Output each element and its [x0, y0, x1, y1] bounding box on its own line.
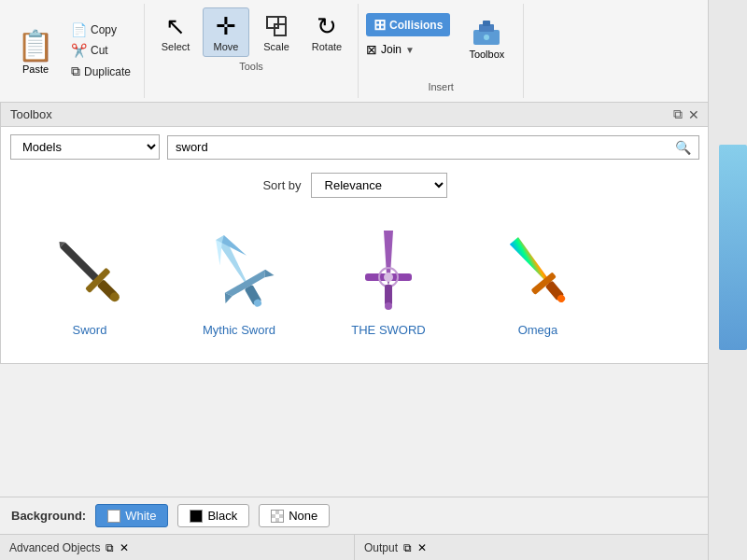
tools-label: Tools	[239, 57, 263, 72]
output-section: Output ⧉ ✕	[355, 535, 710, 560]
search-box: 🔍	[167, 135, 699, 160]
item-name: Mythic Sword	[203, 323, 275, 337]
toolbox-button[interactable]: Toolbox	[458, 9, 515, 65]
advanced-objects-close[interactable]: ✕	[120, 541, 129, 554]
toolbox-panel: Toolbox ⧉ ✕ Models 🔍 Sort by Relevance M…	[0, 103, 710, 364]
right-panel	[708, 0, 747, 560]
insert-section: ⊞ Collisions ⊠ Join ▼ Toolbox Ins	[359, 4, 524, 98]
items-grid: Sword	[1, 207, 709, 363]
svg-rect-1	[275, 24, 286, 35]
advanced-objects-popout[interactable]: ⧉	[106, 541, 114, 554]
sort-row: Sort by Relevance Most Favorited Most Vi…	[1, 167, 709, 207]
sort-select[interactable]: Relevance Most Favorited Most Visited Re…	[311, 173, 447, 198]
copy-button[interactable]: 📄 Copy	[67, 21, 134, 39]
list-item[interactable]: Sword	[20, 217, 160, 344]
svg-rect-26	[385, 285, 392, 305]
output-popout[interactable]: ⧉	[403, 541, 412, 554]
cut-button[interactable]: ✂️ Cut	[67, 41, 134, 60]
toolbox-title: Toolbox	[10, 107, 52, 121]
item-name: Sword	[73, 323, 107, 337]
tools-section: ↖ Select ✛ Move Scale ↻ Rotate T	[145, 4, 359, 98]
clipboard-right-buttons: 📄 Copy ✂️ Cut ⧉ Duplicate	[67, 7, 134, 94]
svg-point-27	[385, 302, 392, 310]
clipboard-section: 📋 Paste 📄 Copy ✂️ Cut ⧉ Duplicate Clipbo…	[0, 4, 145, 98]
svg-point-7	[484, 35, 489, 40]
svg-rect-0	[267, 17, 278, 28]
output-label: Output	[364, 541, 398, 554]
category-select[interactable]: Models	[10, 134, 160, 160]
list-item[interactable]: Omega	[468, 217, 608, 344]
item-image	[183, 224, 295, 317]
tools-row: ↖ Select ✛ Move Scale ↻ Rotate	[152, 7, 350, 57]
svg-rect-8	[60, 243, 102, 285]
insert-label: Insert	[366, 81, 515, 92]
white-background-button[interactable]: White	[95, 504, 168, 527]
duplicate-button[interactable]: ⧉ Duplicate	[67, 62, 134, 81]
white-swatch	[107, 510, 120, 523]
svg-marker-28	[510, 237, 551, 283]
rotate-button[interactable]: ↻ Rotate	[303, 8, 350, 56]
svg-marker-16	[225, 270, 269, 299]
list-item[interactable]: THE SWORD	[318, 217, 458, 344]
none-background-button[interactable]: None	[259, 504, 330, 527]
svg-point-25	[384, 273, 393, 282]
advanced-objects-section: Advanced Objects ⧉ ✕	[0, 535, 355, 560]
move-button[interactable]: ✛ Move	[203, 7, 249, 57]
toolbox-popout-icon[interactable]: ⧉	[673, 106, 683, 122]
toolbox-search-row: Models 🔍	[1, 127, 709, 167]
item-name: THE SWORD	[351, 323, 425, 337]
background-label: Background:	[11, 509, 86, 523]
none-swatch	[271, 510, 284, 523]
toolbox-header: Toolbox ⧉ ✕	[1, 103, 709, 127]
advanced-objects-label: Advanced Objects	[9, 541, 100, 554]
list-item[interactable]: Mythic Sword	[169, 217, 309, 344]
status-bar: Advanced Objects ⧉ ✕ Output ⧉ ✕	[0, 534, 710, 560]
toolbox-header-controls: ⧉ ✕	[673, 106, 699, 122]
sort-by-label: Sort by	[262, 178, 301, 192]
black-swatch	[190, 510, 203, 523]
scale-button[interactable]: Scale	[253, 9, 300, 56]
search-icon: 🔍	[675, 140, 691, 155]
select-button[interactable]: ↖ Select	[152, 8, 199, 56]
paste-button[interactable]: 📋 Paste	[9, 7, 62, 94]
toolbar: 📋 Paste 📄 Copy ✂️ Cut ⧉ Duplicate Clipbo…	[0, 0, 747, 103]
background-bar: Background: White Black None	[0, 497, 710, 534]
item-image	[34, 224, 146, 317]
collisions-button[interactable]: ⊞ Collisions	[366, 13, 450, 36]
output-close[interactable]: ✕	[417, 541, 427, 554]
viewport-preview	[719, 145, 747, 350]
black-background-button[interactable]: Black	[177, 504, 249, 527]
join-button[interactable]: ⊠ Join ▼	[366, 42, 450, 57]
item-image	[332, 224, 444, 317]
item-image	[482, 224, 594, 317]
item-name: Omega	[518, 323, 558, 337]
search-input[interactable]	[176, 140, 675, 154]
svg-rect-6	[483, 21, 490, 26]
toolbox-close-icon[interactable]: ✕	[688, 107, 699, 122]
